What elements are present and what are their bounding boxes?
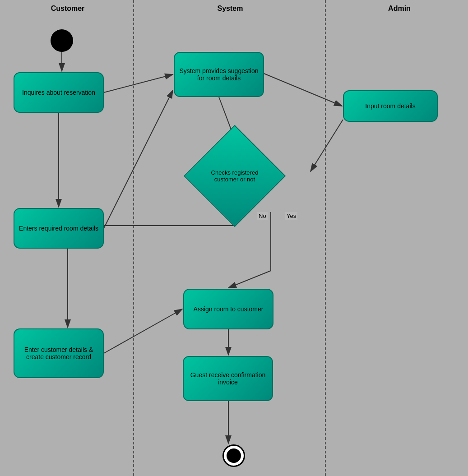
diagram-container: Customer System Admin [0,0,468,476]
enter-customer-label: Enter customer details & create customer… [18,346,99,360]
no-label: No [257,212,268,220]
checks-diamond: Checks registered customer or not [184,125,286,227]
end-inner [227,448,241,463]
system-suggests-label: System provides suggestion for room deta… [178,67,259,82]
enter-customer-node: Enter customer details & create customer… [14,328,104,378]
divider-left [133,0,134,476]
lane-header-system: System [149,5,311,13]
inquires-label: Inquires about reservation [22,89,95,96]
enters-room-label: Enters required room details [19,225,98,232]
lane-header-admin: Admin [338,5,460,13]
confirmation-node: Guest receive confirmation invoice [183,356,273,401]
inquires-node: Inquires about reservation [14,72,104,113]
end-node [222,444,245,467]
svg-line-12 [228,271,271,288]
divider-right [325,0,326,476]
svg-line-2 [104,74,173,92]
assign-room-node: Assign room to customer [183,289,273,329]
svg-line-4 [264,74,342,106]
input-room-node: Input room details [343,90,438,122]
assign-room-label: Assign room to customer [194,305,264,313]
yes-label: Yes [285,212,297,220]
system-suggests-node: System provides suggestion for room deta… [174,52,264,97]
svg-line-7 [104,90,173,228]
checks-label: Checks registered customer or not [203,167,266,185]
lane-header-customer: Customer [14,5,122,13]
svg-line-5 [310,120,343,171]
input-room-label: Input room details [365,102,415,110]
start-node [51,29,73,52]
enters-room-node: Enters required room details [14,208,104,249]
confirmation-label: Guest receive confirmation invoice [187,371,269,386]
svg-line-13 [104,309,182,353]
